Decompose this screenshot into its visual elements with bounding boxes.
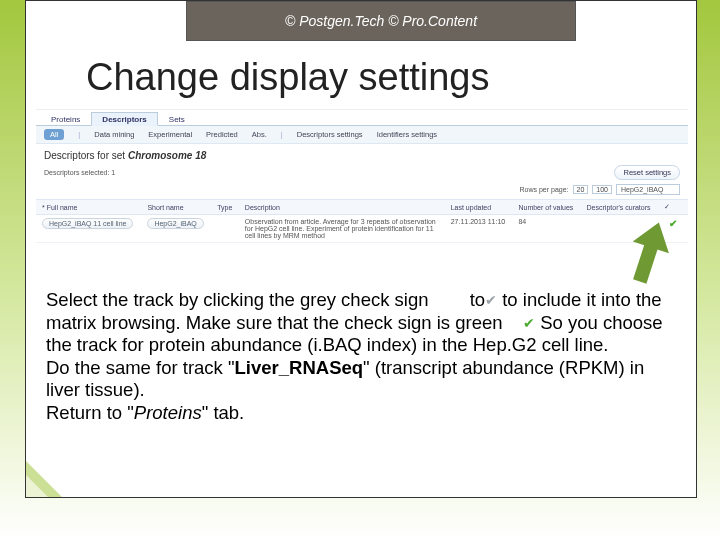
subtab-abs[interactable]: Abs. [252,130,267,139]
divider: | [281,130,283,139]
header-bar: © Postgen.Tech © Pro.Content [186,1,576,41]
col-description[interactable]: Description [239,200,445,215]
reset-settings-button[interactable]: Reset settings [614,165,680,180]
tab-descriptors[interactable]: Descriptors [91,112,157,126]
col-curators[interactable]: Descriptor's curators [581,200,658,215]
descriptors-table: * Full name Short name Type Description … [36,199,688,243]
instr-p2a: Do the same for track " [46,357,235,378]
cell-updated: 27.11.2013 11:10 [445,215,513,243]
app-screenshot: Proteins Descriptors Sets All | Data min… [36,109,688,250]
subtab-descriptors-settings[interactable]: Descriptors settings [297,130,363,139]
cell-description: Observation from article. Average for 3 … [239,215,445,243]
col-lastupdated[interactable]: Last updated [445,200,513,215]
descriptors-heading-set: Chromosome 18 [128,150,206,161]
col-shortname[interactable]: Short name [141,200,211,215]
rows-per-page: Rows per page: 20 100 HepG2_iBAQ [519,184,680,195]
fullname-pill[interactable]: HepG2_iBAQ 11 cell line [42,218,133,229]
toolbar-row: Descriptors selected: 1 Reset settings [36,165,688,184]
table-row: HepG2_iBAQ 11 cell line HepG2_iBAQ Obser… [36,215,688,243]
tab-sets[interactable]: Sets [158,112,196,125]
rows-search-row: Rows per page: 20 100 HepG2_iBAQ [36,184,688,199]
cell-fullname: HepG2_iBAQ 11 cell line [36,215,141,243]
col-fullname[interactable]: * Full name [36,200,141,215]
main-tabs: Proteins Descriptors Sets [36,110,688,126]
cell-nvalues: 84 [512,215,580,243]
instr-p3c: " tab. [202,402,245,423]
descriptors-heading: Descriptors for set Chromosome 18 [36,144,688,165]
filter-subtabs: All | Data mining Experimental Predicted… [36,126,688,144]
instruction-text: Select the track by clicking the grey ch… [46,289,666,424]
cell-shortname: HepG2_iBAQ [141,215,211,243]
col-check[interactable]: ✓ [658,200,688,215]
slide-frame: © Postgen.Tech © Pro.Content Change disp… [25,0,697,498]
instr-p1a: Select the track by clicking the grey ch… [46,289,434,310]
search-input[interactable]: HepG2_iBAQ [616,184,680,195]
subtab-datamining[interactable]: Data mining [94,130,134,139]
cell-type [211,215,239,243]
instr-p2b: Liver_RNASeq [235,357,364,378]
rows-opt-100[interactable]: 100 [592,185,612,194]
col-nvalues[interactable]: Number of values [512,200,580,215]
tab-proteins[interactable]: Proteins [40,112,91,125]
shortname-pill[interactable]: HepG2_iBAQ [147,218,203,229]
rows-label: Rows per page: [519,186,568,193]
descriptors-heading-prefix: Descriptors for set [44,150,128,161]
corner-decoration-inner [26,475,48,497]
subtab-predicted[interactable]: Predicted [206,130,238,139]
subtab-identifiers-settings[interactable]: Identifiers settings [377,130,437,139]
grey-check-icon: ✔ [485,292,497,308]
selected-count: Descriptors selected: 1 [44,169,115,176]
green-check-icon: ✔ [523,315,535,331]
subtab-all[interactable]: All [44,129,64,140]
rows-opt-20[interactable]: 20 [573,185,589,194]
col-type[interactable]: Type [211,200,239,215]
copyright-text: © Postgen.Tech © Pro.Content [285,13,477,29]
page-title: Change display settings [86,56,489,99]
instr-p3b: Proteins [134,402,202,423]
subtab-experimental[interactable]: Experimental [148,130,192,139]
table-header-row: * Full name Short name Type Description … [36,200,688,215]
divider: | [78,130,80,139]
instr-p3a: Return to " [46,402,134,423]
